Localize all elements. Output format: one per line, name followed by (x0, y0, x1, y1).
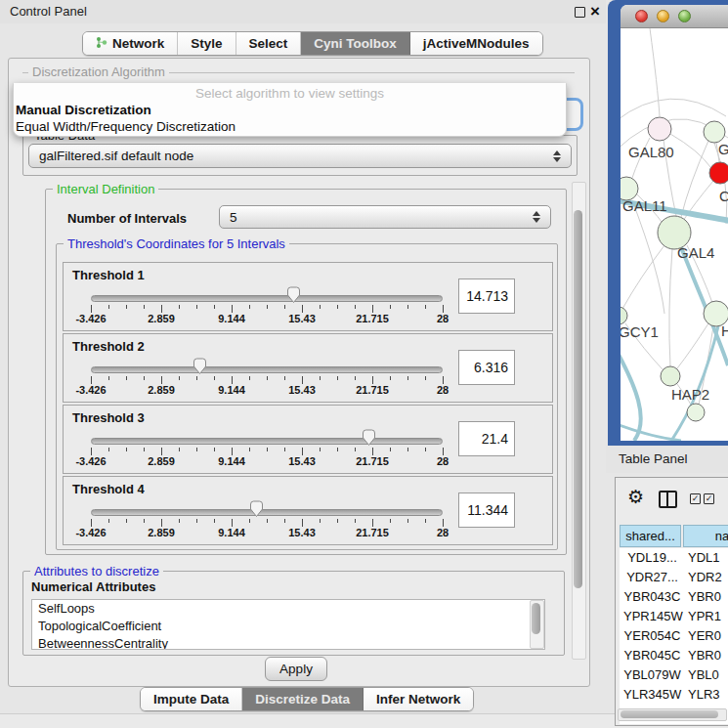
apply-button[interactable]: Apply (265, 657, 327, 681)
tick-mark (284, 376, 285, 380)
float-window-icon[interactable] (575, 7, 585, 18)
tab-label: Style (191, 36, 222, 51)
checkbox-icon[interactable]: ✓ (690, 493, 701, 504)
tick-label: 2.859 (148, 527, 175, 538)
table-row[interactable]: YDR27...YDR2 (620, 568, 728, 587)
tick-mark (443, 448, 444, 455)
tab-network[interactable]: Network (83, 32, 178, 55)
panel-scrollbar[interactable] (572, 182, 586, 660)
tick-mark (425, 448, 426, 451)
close-traffic-light-icon[interactable] (635, 10, 648, 22)
threshold-slider-track[interactable] (91, 295, 443, 302)
checkbox-icon[interactable]: ✓ (704, 493, 714, 504)
attributes-list-scrollbar-thumb[interactable] (532, 603, 540, 634)
threshold-slider-thumb[interactable] (193, 358, 207, 379)
network-node[interactable] (621, 307, 627, 324)
threshold-slider-track[interactable] (91, 366, 443, 373)
tick-mark (91, 448, 92, 455)
table-row[interactable]: YBR045CYBR0 (620, 646, 728, 665)
tick-label: 2.859 (148, 313, 175, 324)
tab-style[interactable]: Style (178, 32, 236, 55)
tick-label: 21.715 (356, 384, 389, 396)
tab-discretize-data[interactable]: Discretize Data (242, 688, 364, 710)
table-column-header[interactable]: na (683, 525, 728, 547)
table-row[interactable]: YDL19...YDL1 (620, 548, 728, 568)
threshold-value-field[interactable]: 6.316 (458, 350, 515, 385)
tick-mark (320, 448, 321, 451)
threshold-slider-thumb[interactable] (286, 286, 301, 308)
tab-cyni-toolbox[interactable]: Cyni Toolbox (301, 32, 410, 55)
network-node[interactable] (648, 117, 671, 141)
number-of-intervals-combobox[interactable]: 5 (219, 205, 551, 229)
split-pane-icon[interactable] (659, 491, 677, 508)
tab-infer-network[interactable]: Infer Network (364, 688, 473, 710)
threshold-slider-track[interactable] (91, 438, 443, 445)
threshold-slider-thumb[interactable] (249, 500, 264, 522)
dropdown-options: Manual DiscretizationEqual Width/Frequen… (14, 102, 566, 135)
table-row[interactable]: YBR043CYBR0 (620, 587, 728, 607)
table-toolbar: ⚙ ✓ ✓ (616, 478, 728, 521)
dropdown-option[interactable]: Equal Width/Frequency Discretization (14, 118, 566, 135)
tick-label: -3.426 (75, 527, 106, 538)
attributes-list-scrollbar[interactable] (530, 600, 544, 649)
gear-icon[interactable]: ⚙ (627, 486, 644, 508)
network-node[interactable] (704, 121, 725, 143)
table-hscrollbar-thumb[interactable] (621, 710, 718, 718)
attribute-list-item[interactable]: SelfLoops (32, 600, 544, 618)
attributes-group-label: Attributes to discretize (30, 564, 163, 578)
attribute-list-item[interactable]: TopologicalCoefficient (32, 618, 544, 635)
tick-mark (407, 376, 408, 380)
tick-mark (337, 376, 338, 380)
panel-scrollbar-thumb[interactable] (574, 210, 582, 588)
table-row[interactable]: YLR345WYLR3 (620, 685, 728, 705)
network-node[interactable] (661, 366, 680, 386)
tick-mark (284, 305, 285, 309)
table-data-combobox[interactable]: galFiltered.sif default node (28, 144, 572, 168)
tick-label: 28 (437, 527, 449, 538)
slider-tick-labels: -3.4262.8599.14415.4321.71528 (91, 455, 443, 467)
table-row[interactable]: YBL079WYBL0 (620, 665, 728, 685)
tab-select[interactable]: Select (236, 32, 302, 55)
threshold-value-field[interactable]: 21.4 (458, 421, 515, 456)
tick-mark (443, 305, 444, 313)
close-icon[interactable]: × (590, 1, 600, 22)
network-window-titlebar[interactable] (621, 5, 728, 28)
network-node[interactable] (709, 162, 728, 184)
tick-mark (196, 519, 197, 523)
table-cell: YBR045C (623, 646, 681, 665)
numerical-attributes-list[interactable]: SelfLoopsTopologicalCoefficientBetweenne… (31, 599, 545, 650)
minimize-traffic-light-icon[interactable] (657, 10, 669, 22)
network-view-frame: GAL80GCGAL11GAL4GCY1HHAP2 (608, 0, 728, 446)
tick-mark (108, 519, 109, 523)
table-row[interactable]: YER054CYER0 (620, 626, 728, 646)
network-node[interactable] (687, 404, 705, 421)
network-canvas[interactable]: GAL80GCGAL11GAL4GCY1HHAP2 (621, 28, 728, 441)
threshold-slider-track[interactable] (91, 509, 443, 516)
tab-label: Select (249, 36, 288, 51)
tick-mark (144, 376, 145, 380)
tick-mark (284, 519, 285, 523)
threshold-value-field[interactable]: 11.344 (458, 492, 515, 528)
table-row[interactable]: YPR145WYPR1 (620, 607, 728, 626)
network-view-window: GAL80GCGAL11GAL4GCY1HHAP2 (621, 5, 728, 441)
tick-mark (390, 305, 391, 309)
zoom-traffic-light-icon[interactable] (678, 10, 691, 22)
tick-mark (232, 448, 233, 455)
tick-mark (390, 448, 391, 451)
network-node-label: C (719, 188, 728, 204)
tab-jactivemnodules[interactable]: jActiveMNodules (410, 32, 542, 55)
threshold-slider-thumb[interactable] (362, 429, 376, 450)
threshold-label: Threshold 2 (72, 339, 145, 354)
dropdown-option[interactable]: Manual Discretization (14, 102, 566, 118)
tick-mark (355, 519, 356, 523)
table-hscrollbar[interactable] (618, 708, 727, 721)
threshold-value-field[interactable]: 14.713 (458, 278, 515, 314)
tick-mark (267, 305, 268, 309)
tick-mark (179, 448, 180, 451)
table-panel: ⚙ ✓ ✓ shared...naYDL19...YDL1YDR27...YDR… (615, 477, 728, 726)
tab-impute-data[interactable]: Impute Data (141, 688, 242, 710)
table-cell: YDR27... (623, 568, 681, 587)
threshold-box: Threshold 1-3.4262.8599.14415.4321.71528… (63, 262, 553, 331)
attribute-list-item[interactable]: BetweennessCentrality (32, 635, 544, 650)
table-column-header[interactable]: shared... (620, 525, 681, 547)
